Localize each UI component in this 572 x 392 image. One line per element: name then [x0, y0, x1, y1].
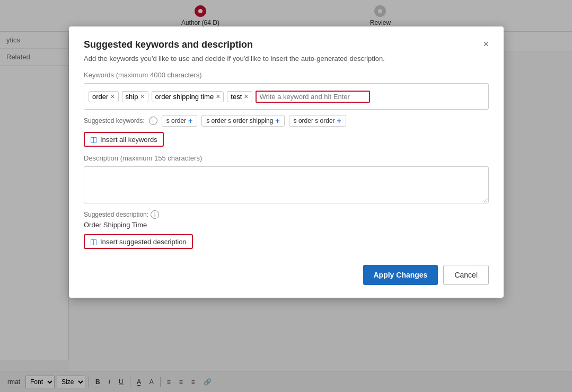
- suggested-chip-plus-1[interactable]: +: [275, 117, 279, 125]
- suggested-chip-1[interactable]: s order s order shipping +: [201, 115, 284, 127]
- keyword-tag-order-shipping: order shipping time ×: [152, 91, 224, 102]
- modal-title: Suggested keywords and description: [84, 39, 253, 50]
- description-textarea[interactable]: [84, 166, 489, 203]
- keyword-remove-order[interactable]: ×: [110, 93, 115, 100]
- description-section-label: Description (maximum 155 characters): [84, 154, 489, 162]
- insert-desc-icon: ◫: [90, 237, 97, 246]
- suggested-chip-text-0: s order: [166, 117, 186, 124]
- modal-subtitle: Add the keywords you'd like to use and d…: [84, 55, 489, 63]
- keyword-tag-text-order-shipping: order shipping time: [155, 93, 214, 101]
- modal-header: Suggested keywords and description ×: [84, 39, 489, 50]
- suggested-keywords-label: Suggested keywords:: [84, 117, 145, 124]
- suggested-chip-text-2: s order s order: [294, 117, 335, 124]
- insert-all-keywords-label: Insert all keywords: [100, 136, 157, 144]
- keyword-remove-test[interactable]: ×: [244, 93, 248, 100]
- keyword-tag-text-ship: ship: [126, 93, 138, 101]
- keyword-tag-ship: ship ×: [122, 91, 148, 102]
- insert-all-keywords-button[interactable]: ◫ Insert all keywords: [84, 132, 164, 147]
- insert-suggested-description-button[interactable]: ◫ Insert suggested description: [84, 234, 193, 249]
- insert-desc-label: Insert suggested description: [100, 238, 187, 246]
- suggested-desc-row: Suggested description: i: [84, 210, 489, 219]
- keyword-remove-ship[interactable]: ×: [140, 93, 144, 100]
- keyword-input-wrapper: [256, 91, 370, 103]
- keyword-remove-order-shipping[interactable]: ×: [216, 93, 220, 100]
- suggested-keywords-row: Suggested keywords: i s order + s order …: [84, 115, 489, 127]
- keyword-tag-test: test ×: [227, 91, 252, 102]
- keywords-section-label: Keywords (maximum 4000 characters): [84, 71, 489, 79]
- cancel-button[interactable]: Cancel: [443, 265, 489, 285]
- keyword-tag-text-order: order: [92, 93, 108, 101]
- info-icon-desc[interactable]: i: [151, 210, 159, 219]
- suggested-chip-plus-0[interactable]: +: [188, 117, 192, 125]
- suggested-chip-text-1: s order s order shipping: [206, 117, 273, 124]
- suggested-chip-0[interactable]: s order +: [162, 115, 198, 127]
- info-icon-keywords[interactable]: i: [149, 117, 157, 125]
- suggested-chip-plus-2[interactable]: +: [337, 117, 341, 125]
- suggested-desc-value: Order Shipping Time: [84, 221, 489, 229]
- modal-dialog: Suggested keywords and description × Add…: [69, 26, 504, 298]
- suggested-desc-label: Suggested description:: [84, 211, 148, 218]
- suggested-chip-2[interactable]: s order s order +: [289, 115, 346, 127]
- modal-footer: Apply Changes Cancel: [84, 260, 489, 285]
- modal-close-button[interactable]: ×: [483, 39, 489, 49]
- apply-changes-button[interactable]: Apply Changes: [363, 265, 438, 285]
- keyword-tag-text-test: test: [231, 93, 242, 101]
- keyword-input[interactable]: [260, 93, 366, 101]
- insert-all-keywords-icon: ◫: [90, 135, 97, 144]
- keywords-box: order × ship × order shipping time × tes…: [84, 83, 489, 110]
- keyword-tag-order: order ×: [89, 91, 119, 102]
